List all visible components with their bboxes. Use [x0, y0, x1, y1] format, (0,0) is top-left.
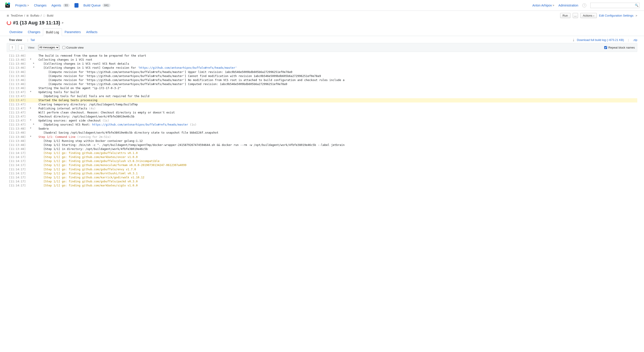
indent-spacer	[29, 139, 32, 143]
indent-spacer	[35, 123, 38, 127]
tab-changes[interactable]: Changes	[25, 29, 43, 36]
nav-projects[interactable]: Projects |▾	[15, 4, 29, 7]
indent-spacer	[32, 143, 35, 147]
console-view-toggle[interactable]: Console view	[62, 46, 84, 49]
log-row: [11:14:17][Step 1/1] go: finding github.…	[9, 179, 637, 183]
log-timestamp: [11:14:17]	[9, 159, 29, 163]
collapse-icon[interactable]: ▼	[29, 58, 32, 62]
log-message: [Step 1/1] go: finding github.com/gobuff…	[38, 179, 637, 183]
indent-spacer	[32, 103, 35, 107]
console-view-checkbox[interactable]	[62, 46, 65, 49]
log-message: Collecting changes in 1 VCS root	[38, 58, 637, 62]
tab-parameters[interactable]: Parameters	[62, 29, 84, 36]
indent-spacer	[35, 127, 38, 131]
nav-administration[interactable]: Administration	[558, 4, 578, 7]
indent-spacer	[29, 155, 32, 159]
log-timestamp: [11:13:46]	[9, 86, 29, 90]
tab-artifacts[interactable]: Artifacts	[84, 29, 100, 36]
run-more-button[interactable]: ...	[573, 13, 578, 18]
log-message: [Compute revision for 'https://github.co…	[38, 82, 637, 86]
log-timestamp: [11:13:47]	[9, 107, 29, 111]
vcs-link[interactable]: 'https://github.com/antonarhipov/buffalo…	[138, 66, 237, 69]
separator: |	[28, 38, 28, 42]
download-log-link[interactable]: Download full build log (~673.21 KB)	[577, 38, 624, 42]
bc-buffalo[interactable]: Buffalo	[30, 14, 39, 17]
nav-changes[interactable]: Changes	[34, 4, 46, 7]
repeat-names-toggle[interactable]: Repeat block names	[604, 46, 635, 49]
indent-spacer	[35, 179, 38, 183]
bc-testdrive[interactable]: TestDrive	[11, 14, 23, 17]
expand-all-button[interactable]: ⭳	[18, 45, 25, 50]
bc-build[interactable]: Build	[47, 14, 54, 17]
log-timestamp: [11:13:47]	[9, 98, 29, 102]
run-button[interactable]: Run	[560, 13, 570, 18]
separator: |	[628, 38, 628, 42]
log-toolbar: ⭱ ⭳ View: All messages Console view Repe…	[7, 43, 637, 52]
messages-filter-select[interactable]: All messages	[38, 45, 59, 50]
indent-spacer	[29, 103, 32, 107]
nav-build-queue[interactable]: Build Queue841	[84, 4, 110, 7]
log-message: [Step 1/1] go: finding github.com/gobuff…	[38, 159, 637, 163]
vcs-link[interactable]: https://github.com/antonarhipov/buffalo#…	[92, 123, 188, 126]
log-timestamp: [11:13:48]	[9, 131, 29, 135]
indent-spacer	[29, 74, 32, 78]
collapse-icon[interactable]: ▼	[29, 90, 32, 94]
log-row: [11:13:46]▼Collecting changes in 1 VCS r…	[9, 58, 637, 62]
log-message: Updating tools for build	[38, 90, 637, 94]
collapse-icon[interactable]: ▼	[29, 135, 32, 139]
indent-spacer	[29, 171, 32, 175]
user-name-label: Anton Arhipov	[532, 4, 552, 7]
collapse-icon[interactable]: ▼	[29, 119, 32, 123]
nav-agents[interactable]: Agents93	[52, 4, 70, 7]
repeat-names-checkbox[interactable]	[604, 46, 607, 49]
log-duration: (1s)	[188, 123, 196, 126]
tab-overview[interactable]: Overview	[7, 29, 25, 36]
search-input[interactable]	[590, 3, 640, 8]
search-icon[interactable]: 🔍	[635, 4, 638, 7]
teamcity-logo[interactable]: TC	[4, 2, 11, 9]
actions-dropdown[interactable]: Actions ▾	[580, 13, 596, 18]
expand-icon[interactable]: ▶	[32, 62, 35, 66]
chevron-down-icon[interactable]: |▾	[62, 22, 64, 24]
edit-config-link[interactable]: Edit Configuration Settings	[599, 14, 634, 17]
chevron-down-icon[interactable]: |▾	[636, 15, 637, 17]
indent-spacer	[35, 119, 38, 123]
nav-agents-label: Agents	[52, 4, 61, 7]
log-row: [11:13:47][Updating tools for build] Too…	[9, 94, 637, 98]
log-message: [Step 1/1] in directory: /opt/buildagent…	[38, 147, 637, 151]
log-duration: (1s)	[100, 119, 109, 122]
download-zip-link[interactable]: .zip	[633, 38, 637, 42]
view-tail[interactable]: Tail	[30, 38, 35, 42]
indent-spacer	[32, 179, 35, 183]
build-log: [11:13:46]The build is removed from the …	[0, 52, 644, 194]
log-row: [11:13:47]Will perform clean checkout. R…	[9, 111, 637, 115]
tabs: OverviewChangesBuild LogParametersArtifa…	[0, 29, 644, 36]
expand-icon[interactable]: ▶	[32, 123, 35, 127]
indent-spacer	[35, 183, 38, 188]
indent-spacer	[29, 163, 32, 167]
user-menu[interactable]: Anton Arhipov |▾	[532, 4, 554, 7]
log-row: [11:13:47]▶Publishing internal artifacts…	[9, 107, 637, 111]
indent-spacer	[32, 58, 35, 62]
indent-spacer	[29, 78, 32, 82]
tab-build-log[interactable]: Build Log	[43, 29, 62, 36]
indent-spacer	[32, 107, 35, 111]
indent-spacer	[32, 98, 35, 102]
log-timestamp: [11:14:17]	[9, 167, 29, 171]
collapse-all-button[interactable]: ⭱	[9, 45, 16, 50]
log-row: [11:14:17][Step 1/1] go: finding github.…	[9, 159, 637, 163]
indent-spacer	[35, 115, 38, 119]
help-icon[interactable]: ?	[582, 3, 586, 8]
agents-count-badge: 93	[63, 4, 70, 7]
agents-pool-icon[interactable]	[74, 3, 78, 8]
indent-spacer	[32, 175, 35, 179]
expand-icon[interactable]: ▶	[29, 107, 32, 111]
log-timestamp: [11:13:47]	[9, 123, 29, 127]
collapse-icon[interactable]: ▼	[32, 66, 35, 70]
nav-left: Projects |▾ Changes Agents93 Build Queue…	[15, 3, 110, 8]
indent-spacer	[32, 163, 35, 167]
view-tree[interactable]: Tree view	[9, 38, 22, 42]
indent-spacer	[35, 111, 38, 115]
breadcrumb: ▦TestDrive/ ▦Buffalo/ ▢Build	[7, 14, 54, 17]
collapse-icon[interactable]: ▼	[29, 127, 32, 131]
